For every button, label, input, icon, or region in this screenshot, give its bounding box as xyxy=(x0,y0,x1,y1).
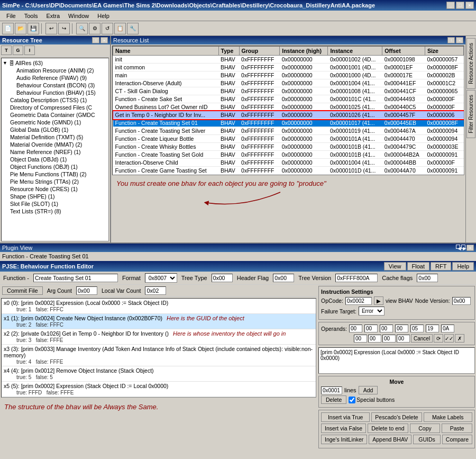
resource-table[interactable]: Name Type Group Instance (high) Instance… xyxy=(112,46,464,175)
table-row[interactable]: Interaction-Observe ChildBHAV0xFFFFFFFF0… xyxy=(113,159,464,167)
tree-btn-g[interactable]: G xyxy=(13,46,23,55)
plugin-nav-left[interactable]: ◄ xyxy=(456,245,460,249)
instr-play-btn[interactable]: ▶ xyxy=(374,296,383,305)
toolbar-new[interactable]: 📄 xyxy=(2,23,14,34)
tree-node-bhav[interactable]: Behaviour Function (BHAV) (15) xyxy=(3,89,107,96)
tree-node-str[interactable]: Text Lists (STR=) (8) xyxy=(3,208,107,215)
bhav-node-x4[interactable]: x4 (4): [prim 0x0012] Remove Object Inst… xyxy=(2,366,316,382)
sidebar-tab-resource-actions[interactable]: Resource Actions xyxy=(466,38,475,89)
col-group[interactable]: Group xyxy=(239,47,280,56)
tree-node-cres[interactable]: Resource Node (CRES) (1) xyxy=(3,185,107,193)
make-labels-btn[interactable]: Make Labels xyxy=(424,412,472,422)
table-row[interactable]: Interaction-Observe (Adult)BHAV0xFFFFFFF… xyxy=(113,79,464,87)
tree-node-nref[interactable]: Name Reference (NREF) (1) xyxy=(3,148,107,156)
bhav-tree-type[interactable] xyxy=(212,274,233,282)
resource-list-close[interactable]: × xyxy=(456,37,463,43)
copy-btn[interactable]: Copy xyxy=(410,424,441,433)
op-revert-btn[interactable]: ⟳ xyxy=(434,334,443,343)
op9[interactable] xyxy=(382,335,396,343)
menu-help[interactable]: Help xyxy=(93,12,114,20)
pjse-help-btn[interactable]: Help xyxy=(452,262,474,271)
compare-btn[interactable]: Compare xyxy=(442,435,472,444)
resource-list-pin[interactable]: ↑ xyxy=(447,37,455,43)
table-row[interactable]: initBHAV0xFFFFFFFF0x000000000x00001002 (… xyxy=(113,56,464,64)
op2[interactable] xyxy=(380,325,393,332)
tree-node-ctss[interactable]: Catalog Description (CTSS) (1) xyxy=(3,96,107,104)
toolbar-extra2[interactable]: 🔧 xyxy=(127,23,139,34)
tree-node-obj[interactable]: Object Data (OBJd) (1) xyxy=(3,156,107,163)
table-row[interactable]: Function - Create Sake SetBHAV0xFFFFFFFF… xyxy=(113,95,464,103)
tree-node-dcf[interactable]: Directory of Compressed Files (C xyxy=(3,104,107,111)
table-row[interactable]: Function - Create Game Toasting SetBHAV0… xyxy=(113,167,464,175)
col-inst[interactable]: Instance xyxy=(328,47,382,56)
append-bhav-btn[interactable]: Append BHAV xyxy=(369,435,411,444)
op4[interactable] xyxy=(410,325,424,332)
col-type[interactable]: Type xyxy=(218,47,239,56)
bhav-node-list[interactable]: x0 (0): [prim 0x0002] Expression (Local … xyxy=(1,298,316,398)
toolbar-undo[interactable]: ↩ xyxy=(45,23,57,34)
op10[interactable] xyxy=(397,335,410,343)
bhav-cache-flags[interactable] xyxy=(417,274,438,282)
tree-node-glob[interactable]: Global Data (GLOB) (1) xyxy=(3,126,107,133)
tree-btn-i[interactable]: I xyxy=(24,46,35,55)
menu-extra[interactable]: Extra xyxy=(42,12,64,20)
toolbar-save[interactable]: 💾 xyxy=(28,23,39,34)
plugin-close[interactable]: × xyxy=(466,245,474,251)
menu-file[interactable]: File xyxy=(2,12,20,20)
bhav-node-x3[interactable]: x3 (3): [prim 0x0033] Manage Inventory (… xyxy=(2,345,316,366)
table-row[interactable]: Function - Create Toasting Set 01BHAV0xF… xyxy=(113,119,464,127)
op-cancel-btn[interactable]: Cancel xyxy=(411,334,433,343)
guids-btn[interactable]: GUIDs xyxy=(413,435,441,444)
pjse-float-btn[interactable]: Float xyxy=(407,262,429,271)
bhav-header-flag[interactable] xyxy=(273,274,294,282)
table-row[interactable]: mainBHAV0xFFFFFFFF0x000000000x00001000 (… xyxy=(113,71,464,79)
tree-content[interactable]: ▼ 🗄 AllRes (63) Animation Resource (ANIM… xyxy=(1,58,109,241)
bhav-name-input[interactable] xyxy=(33,274,118,282)
maximize-button[interactable]: □ xyxy=(456,2,464,9)
tree-node-slot[interactable]: Slot File (SLOT) (1) xyxy=(3,200,107,208)
table-row[interactable]: Function - Create Liqueur BottleBHAV0xFF… xyxy=(113,135,464,143)
col-name[interactable]: Name xyxy=(113,47,219,56)
tree-node-txmt[interactable]: Material Definition (TXMT) (5) xyxy=(3,133,107,141)
move-lines-input[interactable] xyxy=(321,386,342,394)
bhav-tree-version[interactable] xyxy=(335,274,378,282)
col-size[interactable]: Size xyxy=(425,47,463,56)
tree-node-shape[interactable]: Shape (SHPE) (1) xyxy=(3,193,107,200)
bhav-node-x0[interactable]: x0 (0): [prim 0x0002] Expression (Local … xyxy=(2,299,316,314)
special-buttons-check[interactable] xyxy=(349,397,355,403)
close-button[interactable]: × xyxy=(465,2,474,9)
minimize-button[interactable]: _ xyxy=(446,2,455,9)
table-row[interactable]: Function - Create Toasting Set SilverBHA… xyxy=(113,127,464,135)
bhav-node-x1[interactable]: x1 (1): [prim 0x0024] Create New Object … xyxy=(2,314,316,329)
pjse-rft-btn[interactable]: RFT xyxy=(431,262,451,271)
op8[interactable] xyxy=(368,335,381,343)
op3[interactable] xyxy=(395,325,408,332)
toolbar-redo[interactable]: ↪ xyxy=(58,23,70,34)
tree-node-objf[interactable]: Object Functions (OBJf) (1) xyxy=(3,163,107,170)
tree-node-ttab[interactable]: Pie Menu Functions (TTAB) (2) xyxy=(3,170,107,178)
table-row[interactable]: init commonBHAV0xFFFFFFFF0x000000000x000… xyxy=(113,64,464,71)
insert-false-btn[interactable]: Insert via False xyxy=(321,424,366,433)
col-inst-high[interactable]: Instance (high) xyxy=(280,47,328,56)
pjse-view-btn[interactable]: View xyxy=(384,262,406,271)
move-add-btn[interactable]: Add xyxy=(359,386,378,394)
menu-tools[interactable]: Tools xyxy=(20,12,42,20)
table-row[interactable]: Get in Temp 0 - Neighbor ID for Inv...BH… xyxy=(113,111,464,119)
op0[interactable] xyxy=(349,325,362,332)
table-row[interactable]: Function - Create Whisky BottlesBHAV0xFF… xyxy=(113,143,464,151)
tree-node-mmat[interactable]: Material Override (MMAT) (2) xyxy=(3,141,107,148)
special-buttons-checkbox[interactable]: Special buttons xyxy=(349,397,395,403)
sidebar-tab-filter[interactable]: Filter Resources xyxy=(466,90,475,138)
bhav-arg-count[interactable] xyxy=(76,286,97,295)
menu-window[interactable]: Window xyxy=(64,12,93,20)
toolbar-search[interactable]: 🔍 xyxy=(76,23,88,34)
pescado-delete-btn[interactable]: Pescado's Delete xyxy=(371,412,422,422)
tree-node-audio[interactable]: Audio Reference (FWAV) (9) xyxy=(3,74,107,82)
table-row[interactable]: Function - Create Toasting Set GoldBHAV0… xyxy=(113,151,464,159)
table-row[interactable]: Owned Business Lot? Get Owner nIDBHAV0xF… xyxy=(113,103,464,111)
instr-failure-select[interactable]: Error True False xyxy=(359,307,385,316)
bhav-local-var-count[interactable] xyxy=(145,286,166,295)
tree-btn-t[interactable]: T xyxy=(1,46,12,55)
tree-node-gmdc[interactable]: Geometric Data Container (GMDC xyxy=(3,111,107,119)
bhav-node-x5[interactable]: x5 (5): [prim 0x0002] Expression (Stack … xyxy=(2,382,316,397)
